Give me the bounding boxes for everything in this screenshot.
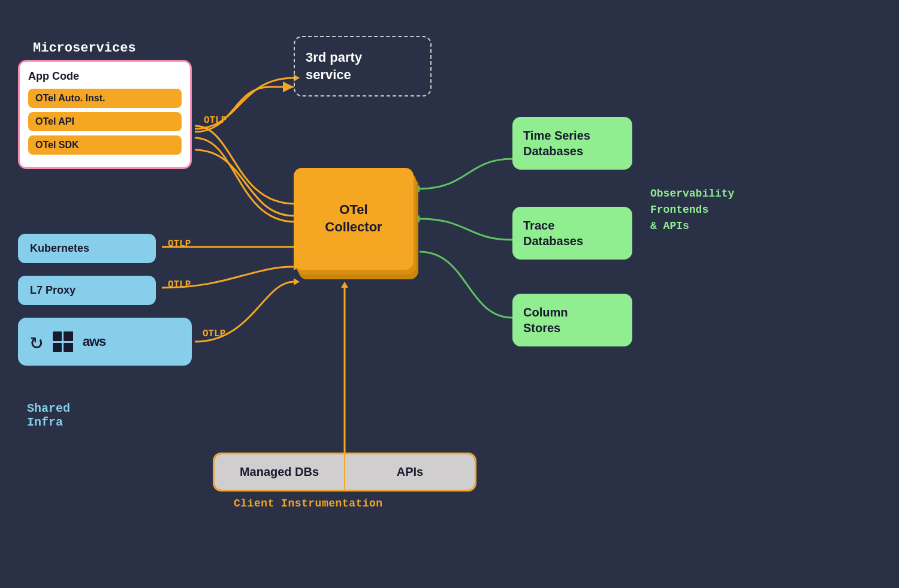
otlp-label-1: OTLP [204,115,227,126]
microservices-label: Microservices [33,41,136,56]
windows-icon [53,331,73,352]
otel-auto-badge: OTel Auto. Inst. [28,89,182,108]
trace-db-box: Trace Databases [512,207,632,260]
kubernetes-box: Kubernetes [18,234,156,263]
client-instrumentation-box: Managed DBs APIs [213,453,476,491]
otlp-label-3: OTLP [168,279,191,290]
l7-proxy-box: L7 Proxy [18,276,156,305]
otel-sdk-badge: OTel SDK [28,135,182,155]
managed-dbs-button[interactable]: Managed DBs [215,454,345,490]
shared-infra-label: Shared Infra [27,402,70,429]
otlp-label-2: OTLP [168,239,191,249]
diagram-container: Microservices App Code OTel Auto. Inst. … [0,0,899,588]
third-party-label: 3rd party service [306,50,362,82]
aws-label: aws [83,334,106,349]
app-code-box: App Code OTel Auto. Inst. OTel API OTel … [18,60,192,169]
collector-box: OTel Collector [294,168,420,288]
otel-api-badge: OTel API [28,112,182,131]
otlp-label-4: OTLP [203,328,225,339]
apis-button[interactable]: APIs [345,454,475,490]
app-code-title: App Code [28,70,182,83]
shared-infra-box: ↻ aws [18,318,192,366]
time-series-db-box: Time Series Databases [512,117,632,170]
gcp-icon: ↻ [30,328,43,355]
column-stores-box: Column Stores [512,294,632,346]
third-party-box: 3rd party service [294,36,432,97]
observability-label: Observability Frontends & APIs [650,186,734,234]
collector-main: OTel Collector [294,168,414,270]
client-instrumentation-label: Client Instrumentation [234,497,383,509]
